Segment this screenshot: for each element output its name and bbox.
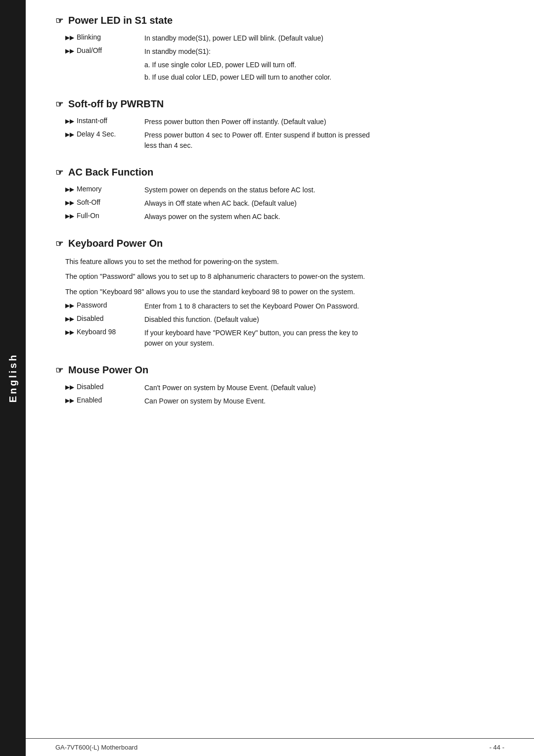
item-desc-disabled-mouse: Can't Power on system by Mouse Event. (D…: [144, 383, 504, 393]
arrow-icon: ▶▶: [65, 34, 74, 41]
item-desc-password: Enter from 1 to 8 characters to set the …: [144, 301, 504, 311]
section-title-soft-off: ☞ Soft-off by PWRBTN: [55, 98, 504, 110]
footer: GA-7VT600(-L) Motherboard - 44 -: [26, 738, 534, 756]
item-label-blinking: ▶▶ Blinking: [65, 33, 144, 41]
item-desc-memory: System power on depends on the status be…: [144, 185, 504, 195]
item-row-dual-off: ▶▶ Dual/Off In standby mode(S1):: [55, 46, 504, 57]
item-label-keyboard98: ▶▶ Keyboard 98: [65, 328, 144, 336]
item-desc-blinking: In standby mode(S1), power LED will blin…: [144, 33, 504, 44]
item-row-soft-off: ▶▶ Soft-Off Always in Off state when AC …: [55, 198, 504, 209]
item-label-instant-off: ▶▶ Instant-off: [65, 117, 144, 125]
item-desc-keyboard98: If your keyboard have "POWER Key" button…: [144, 328, 504, 349]
section-title-mouse: ☞ Mouse Power On: [55, 364, 504, 376]
arrow-icon-2: ▶▶: [65, 47, 74, 54]
section-icon-keyboard: ☞: [55, 238, 63, 249]
item-row-delay4sec: ▶▶ Delay 4 Sec. Press power button 4 sec…: [55, 130, 504, 151]
item-row-instant-off: ▶▶ Instant-off Press power button then P…: [55, 117, 504, 127]
item-label-memory: ▶▶ Memory: [65, 185, 144, 193]
item-label-full-on: ▶▶ Full-On: [65, 212, 144, 220]
section-mouse-power: ☞ Mouse Power On ▶▶ Disabled Can't Power…: [55, 364, 504, 406]
item-label-disabled-mouse: ▶▶ Disabled: [65, 383, 144, 391]
para-2: The option "Password" allows you to set …: [55, 271, 504, 282]
section-keyboard-power: ☞ Keyboard Power On This feature allows …: [55, 238, 504, 349]
section-power-led: ☞ Power LED in S1 state ▶▶ Blinking In s…: [55, 15, 504, 83]
section-title-keyboard: ☞ Keyboard Power On: [55, 238, 504, 249]
item-desc-instant-off: Press power button then Power off instan…: [144, 117, 504, 127]
item-row-keyboard98: ▶▶ Keyboard 98 If your keyboard have "PO…: [55, 328, 504, 349]
main-content: ☞ Power LED in S1 state ▶▶ Blinking In s…: [26, 0, 534, 756]
sidebar: English: [0, 0, 26, 756]
item-label-dual-off: ▶▶ Dual/Off: [65, 46, 144, 54]
sidebar-label: English: [7, 353, 19, 402]
item-desc-full-on: Always power on the system when AC back.: [144, 212, 504, 222]
arrow-icon-7: ▶▶: [65, 213, 74, 220]
arrow-icon-3: ▶▶: [65, 118, 74, 125]
section-soft-off: ☞ Soft-off by PWRBTN ▶▶ Instant-off Pres…: [55, 98, 504, 151]
subitem-b: b. If use dual color LED, power LED will…: [55, 72, 504, 83]
arrow-icon-8: ▶▶: [65, 302, 74, 309]
item-row-disabled-kb: ▶▶ Disabled Disabled this function. (Def…: [55, 314, 504, 325]
section-title-ac-back: ☞ AC Back Function: [55, 167, 504, 178]
arrow-icon-9: ▶▶: [65, 315, 74, 322]
arrow-icon-10: ▶▶: [65, 329, 74, 336]
section-title-power-led: ☞ Power LED in S1 state: [55, 15, 504, 26]
arrow-icon-4: ▶▶: [65, 131, 74, 138]
arrow-icon-12: ▶▶: [65, 397, 74, 404]
footer-left: GA-7VT600(-L) Motherboard: [55, 744, 137, 751]
item-label-enabled-mouse: ▶▶ Enabled: [65, 396, 144, 404]
item-label-delay4sec: ▶▶ Delay 4 Sec.: [65, 130, 144, 138]
item-label-soft-off: ▶▶ Soft-Off: [65, 198, 144, 206]
item-desc-delay4sec: Press power button 4 sec to Power off. E…: [144, 130, 504, 151]
item-row-blinking: ▶▶ Blinking In standby mode(S1), power L…: [55, 33, 504, 44]
subitem-a: a. If use single color LED, power LED wi…: [55, 60, 504, 70]
item-label-disabled-kb: ▶▶ Disabled: [65, 314, 144, 322]
item-row-memory: ▶▶ Memory System power on depends on the…: [55, 185, 504, 195]
footer-right: - 44 -: [490, 744, 504, 751]
item-row-full-on: ▶▶ Full-On Always power on the system wh…: [55, 212, 504, 222]
arrow-icon-5: ▶▶: [65, 186, 74, 193]
item-row-password: ▶▶ Password Enter from 1 to 8 characters…: [55, 301, 504, 311]
section-icon-mouse: ☞: [55, 365, 63, 376]
item-label-password: ▶▶ Password: [65, 301, 144, 309]
item-row-disabled-mouse: ▶▶ Disabled Can't Power on system by Mou…: [55, 383, 504, 393]
section-icon-soft-off: ☞: [55, 99, 63, 110]
section-ac-back: ☞ AC Back Function ▶▶ Memory System powe…: [55, 167, 504, 222]
arrow-icon-11: ▶▶: [65, 384, 74, 391]
item-desc-disabled-kb: Disabled this function. (Default value): [144, 314, 504, 325]
para-3: The option "Keyboard 98" allows you to u…: [55, 286, 504, 297]
item-desc-soft-off: Always in Off state when AC back. (Defau…: [144, 198, 504, 209]
section-icon-ac-back: ☞: [55, 167, 63, 178]
section-icon-power-led: ☞: [55, 15, 63, 26]
para-1: This feature allows you to set the metho…: [55, 256, 504, 267]
item-row-enabled-mouse: ▶▶ Enabled Can Power on system by Mouse …: [55, 396, 504, 406]
item-desc-enabled-mouse: Can Power on system by Mouse Event.: [144, 396, 504, 406]
item-desc-dual-off: In standby mode(S1):: [144, 46, 504, 57]
arrow-icon-6: ▶▶: [65, 199, 74, 206]
